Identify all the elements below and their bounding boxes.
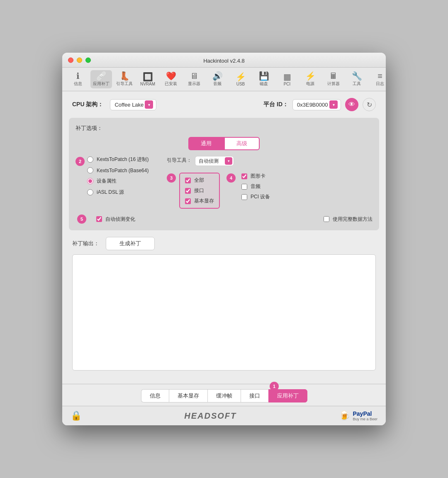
options-row: 2 KextsToPatch (16 进制) KextsToPatch (Bas… — [75, 156, 373, 209]
bottom-tab-connector[interactable]: 接口 — [241, 389, 268, 402]
toolbar-label-display: 显示器 — [188, 81, 200, 87]
toolbar-label-calc: 计算器 — [327, 81, 340, 87]
bottom-tab-buffer[interactable]: 缓冲帧 — [207, 389, 241, 402]
radio-device[interactable]: 设备属性 — [87, 178, 153, 185]
toolbar: ℹ 信息 🩹 应用补丁 👢 引导工具 🔲 NVRAM ❤️ 已安装 🖥 显示器 … — [62, 68, 386, 91]
check-audio-input[interactable] — [241, 184, 247, 190]
radio-kexts64-input[interactable] — [87, 167, 93, 173]
toolbar-item-nvram[interactable]: 🔲 NVRAM — [137, 71, 158, 88]
pci-icon: ▦ — [283, 73, 291, 81]
cpu-select-wrapper: Coffee Lake Kaby Lake Sky Lake Broadwell… — [110, 99, 156, 110]
brand-text: HEADSOFT — [184, 411, 236, 421]
badge-4: 4 — [226, 173, 236, 183]
badge-1: 1 — [270, 382, 279, 391]
toolbar-item-usb[interactable]: ⚡ USB — [230, 71, 251, 88]
check-vram[interactable]: 基本显存 — [185, 198, 214, 205]
toolbar-item-calc[interactable]: 🖩 计算器 — [323, 70, 344, 88]
check-connector-input[interactable] — [185, 188, 191, 194]
radio-iasl[interactable]: iASL DSL 源 — [87, 189, 153, 196]
toolbar-item-install[interactable]: ❤️ 已安装 — [160, 70, 182, 88]
check-connector[interactable]: 接口 — [185, 187, 214, 194]
paypal-sub: Buy me a Beer — [353, 417, 377, 421]
toolbar-label-install: 已安装 — [165, 81, 177, 87]
check-connector-label: 接口 — [194, 187, 204, 194]
bottom-tab-info[interactable]: 信息 — [141, 389, 169, 402]
toolbar-label-boot: 引导工具 — [116, 81, 133, 87]
check-pci[interactable]: PCI 设备 — [241, 193, 270, 200]
output-row: 补丁输出： 生成补丁 — [69, 237, 379, 250]
maximize-button[interactable] — [85, 57, 91, 63]
radio-kexts64-label: KextsToPatch (Base64) — [97, 168, 149, 173]
check-gpu[interactable]: 图形卡 — [241, 173, 270, 180]
toolbar-item-boot[interactable]: 👢 引导工具 — [114, 70, 135, 88]
platform-select[interactable]: 0x3E9B0000 0x3EA50000 0x3E920000 — [292, 99, 341, 110]
tab-group: 通用 高级 — [75, 137, 373, 150]
toolbar-item-power[interactable]: ⚡ 电源 — [299, 70, 321, 88]
titlebar: Hackintool v2.4.8 — [62, 53, 386, 68]
radio-kexts64[interactable]: KextsToPatch (Base64) — [87, 167, 153, 173]
toolbar-item-tools[interactable]: 🔧 工具 — [346, 70, 368, 88]
toolbar-item-patch[interactable]: 🩹 应用补丁 — [90, 70, 112, 88]
check-gpu-label: 图形卡 — [251, 173, 265, 180]
toolbar-item-audio[interactable]: 🔊 音频 — [207, 70, 228, 88]
platform-id-label: 平台 ID： — [263, 101, 288, 108]
patch-icon: 🩹 — [96, 72, 107, 80]
badge-5: 5 — [77, 215, 86, 224]
toolbar-item-log[interactable]: ≡ 日志 — [369, 70, 386, 88]
output-label: 补丁输出： — [72, 240, 99, 247]
check-pci-input[interactable] — [241, 194, 247, 200]
group3-checkboxes: 全部 接口 基本显存 — [179, 173, 220, 209]
gen-patch-button[interactable]: 生成补丁 — [106, 237, 155, 250]
bootloader-select-wrapper: 自动侦测 Clover OpenCore ▾ — [195, 156, 234, 166]
cpu-select[interactable]: Coffee Lake Kaby Lake Sky Lake Broadwell… — [110, 99, 156, 110]
radio-kexts16-input[interactable] — [87, 156, 93, 163]
paypal-text: PayPal — [353, 410, 377, 417]
radio-kexts16-label: KextsToPatch (16 进制) — [97, 156, 149, 163]
toolbar-item-info[interactable]: ℹ 信息 — [67, 70, 89, 88]
radio-iasl-input[interactable] — [87, 189, 93, 195]
toolbar-item-display[interactable]: 🖥 显示器 — [183, 70, 205, 88]
use-method-input[interactable] — [324, 216, 329, 222]
toolbar-label-info: 信息 — [74, 81, 82, 87]
paypal-area[interactable]: 🍺 PayPal Buy me a Beer — [339, 410, 377, 421]
minimize-button[interactable] — [77, 57, 82, 63]
toolbar-item-disk[interactable]: 💾 磁盘 — [253, 70, 275, 88]
content-area: CPU 架构： Coffee Lake Kaby Lake Sky Lake B… — [62, 91, 386, 384]
tools-icon: 🔧 — [352, 72, 362, 80]
group4-checkboxes: 图形卡 音频 PCI 设备 — [241, 173, 270, 200]
auto-detect-group[interactable]: 自动侦测变化 — [96, 216, 135, 223]
cpu-row: CPU 架构： Coffee Lake Kaby Lake Sky Lake B… — [69, 98, 379, 111]
bootloader-label: 引导工具： — [167, 157, 192, 164]
radio-iasl-label: iASL DSL 源 — [97, 189, 124, 196]
disk-icon: 💾 — [259, 72, 269, 80]
auto-detect-input[interactable] — [96, 216, 102, 222]
badge-2: 2 — [75, 157, 85, 166]
toolbar-item-pci[interactable]: ▦ PCI — [276, 71, 298, 88]
calc-icon: 🖩 — [329, 72, 338, 80]
platform-group: 平台 ID： 0x3E9B0000 0x3EA50000 0x3E920000 … — [263, 98, 376, 111]
toolbar-label-log: 日志 — [376, 81, 384, 87]
bottom-tab-patch[interactable]: 应用补丁 — [268, 389, 307, 402]
refresh-button[interactable]: ↻ — [363, 98, 376, 111]
close-button[interactable] — [68, 57, 73, 63]
check-gpu-input[interactable] — [241, 173, 247, 179]
bottom-tab-framebuffer[interactable]: 基本显存 — [169, 389, 207, 402]
check-pci-label: PCI 设备 — [251, 193, 270, 200]
use-method-group[interactable]: 使用完整数据方法 — [324, 216, 373, 223]
tab-advanced[interactable]: 高级 — [224, 137, 260, 150]
footer: 🔒 HEADSOFT 🍺 PayPal Buy me a Beer — [62, 406, 386, 425]
toolbar-label-usb: USB — [236, 82, 245, 86]
check-all-input[interactable] — [185, 178, 191, 183]
check-vram-input[interactable] — [185, 198, 191, 204]
bootloader-select[interactable]: 自动侦测 Clover OpenCore — [195, 156, 234, 166]
check-all-label: 全部 — [194, 177, 204, 184]
toolbar-label-patch: 应用补丁 — [93, 81, 110, 87]
radio-kexts16[interactable]: KextsToPatch (16 进制) — [87, 156, 153, 163]
bootloader-row: 引导工具： 自动侦测 Clover OpenCore ▾ — [167, 156, 270, 166]
check-all[interactable]: 全部 — [185, 177, 214, 184]
radio-device-input[interactable] — [87, 178, 93, 184]
check-audio[interactable]: 音频 — [241, 183, 270, 190]
tab-general[interactable]: 通用 — [188, 137, 224, 150]
main-window: Hackintool v2.4.8 ℹ 信息 🩹 应用补丁 👢 引导工具 🔲 N… — [62, 53, 386, 425]
eye-button[interactable]: 👁 — [345, 98, 358, 111]
